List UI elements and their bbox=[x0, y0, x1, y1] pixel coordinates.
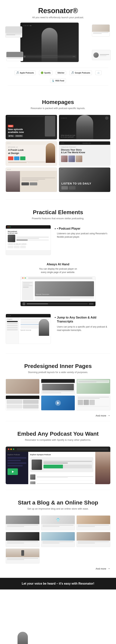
inner-page-card-4 bbox=[6, 396, 40, 410]
practical-item-always: Always At Hand You can display the podca… bbox=[6, 263, 110, 306]
platform-apple[interactable]: 🎵 Apple Podcasts bbox=[15, 70, 36, 75]
platform-rss[interactable]: 📡 RSS Feed bbox=[50, 78, 66, 83]
platform-google[interactable]: 🎵 Google Podcasts bbox=[69, 70, 92, 75]
hero-title: Resonator® bbox=[4, 7, 112, 15]
inner-pages-row-2 bbox=[6, 396, 110, 410]
jump-chapter-2[interactable] bbox=[7, 323, 18, 324]
inner-pages-and-more[interactable]: And more → bbox=[6, 412, 110, 417]
and-more-arrow: → bbox=[107, 414, 110, 417]
and-more-label: And more bbox=[96, 414, 106, 417]
hero-card-right-top bbox=[92, 24, 110, 37]
always-desc: You can display the podcast player on ev… bbox=[37, 267, 79, 274]
discuss-nav-bar: resonator.com bbox=[59, 142, 110, 145]
jump-chapter-5[interactable] bbox=[7, 329, 18, 330]
embed-dot-red bbox=[8, 448, 10, 450]
ep-play-btn[interactable]: ▶ Play bbox=[8, 135, 14, 137]
practical-title: Practical Elements bbox=[6, 209, 110, 216]
jump-title: Jump to Any Section & Add Transcripts bbox=[57, 316, 110, 324]
embed-main-title: Explore Synapse Podcast bbox=[30, 454, 93, 456]
fresh-person bbox=[46, 143, 55, 163]
jump-nav bbox=[6, 314, 51, 318]
soundcloud-icon: ☁️ bbox=[97, 72, 100, 74]
aah-play-button[interactable] bbox=[22, 302, 25, 305]
embed-sidebar-title: Explore Podcast bbox=[8, 454, 26, 456]
ep-sub-btn[interactable]: Subscribe bbox=[15, 135, 23, 137]
inner-pages-title: Predesigned Inner Pages bbox=[6, 363, 110, 369]
embed-mockup: Explore Podcast Explore Synapse Podcast bbox=[6, 446, 110, 484]
apple-icon: 🎵 bbox=[16, 72, 19, 74]
inner-pages-section: Predesigned Inner Pages Stunning prebuil… bbox=[0, 354, 116, 421]
embed-subtitle: Resonator is compatible with Spotify & m… bbox=[6, 438, 110, 441]
embed-main-content: Explore Synapse Podcast bbox=[28, 452, 95, 484]
jump-chapter-1[interactable] bbox=[7, 321, 18, 322]
inner-pages-subtitle: Stunning prebuilt layouts for a wide var… bbox=[6, 371, 110, 374]
blog-card-3 bbox=[76, 516, 110, 530]
blog-placeholder-3 bbox=[76, 548, 110, 564]
player-text: • Podcast Player Listeners can play your… bbox=[55, 225, 110, 240]
practical-item-player: New podcastin the air now Listeners can … bbox=[6, 225, 110, 255]
blog-card-7 bbox=[6, 548, 40, 564]
episode-item-1 bbox=[30, 474, 93, 480]
homepages-title: Homepages bbox=[6, 99, 110, 105]
embed-waveform bbox=[44, 464, 92, 468]
embed-dot-green bbox=[13, 448, 14, 450]
player-mockup-desc: Listeners can play your podcast... bbox=[8, 243, 49, 245]
fresh-look-card: EPISODE 12 A Fresh Lookat Design bbox=[6, 141, 57, 166]
blog-row-2 bbox=[6, 532, 110, 547]
discuss-img-3 bbox=[76, 156, 82, 162]
homepage-row-3: LISTEN TO US DAILY bbox=[6, 168, 110, 192]
inner-page-card-3 bbox=[76, 379, 110, 394]
blog-row-1: 👕 bbox=[6, 516, 110, 530]
inner-page-card-2 bbox=[41, 379, 75, 394]
blog-and-more-arrow: → bbox=[107, 567, 110, 570]
blog-card-5 bbox=[41, 532, 75, 547]
embed-person bbox=[95, 452, 110, 484]
embed-section: Embed Any Podcast You Want Resonator is … bbox=[0, 421, 116, 490]
blog-card-1 bbox=[6, 516, 40, 530]
platform-spotify[interactable]: 🟢 Spotify bbox=[39, 70, 52, 75]
google-icon: 🎵 bbox=[71, 72, 74, 74]
hero-card-left-bottom bbox=[6, 52, 23, 61]
homepage-row-2: EPISODE 12 A Fresh Lookat Design bbox=[6, 141, 110, 166]
aah-player bbox=[21, 302, 95, 306]
aah-waveform bbox=[27, 304, 88, 304]
hero-card-left-top bbox=[5, 26, 22, 38]
player-title: Podcast Player bbox=[57, 227, 110, 230]
jump-desc: Users can jump to a specific part of any… bbox=[57, 325, 110, 332]
blog-title: Start a Blog & an Online Shop bbox=[6, 500, 110, 506]
embed-play-button[interactable] bbox=[8, 468, 18, 475]
inner-page-card-5 bbox=[41, 396, 75, 410]
blog-placeholder-2 bbox=[41, 548, 75, 564]
platform-soundcloud[interactable]: ☁️ bbox=[95, 70, 101, 75]
listen-daily-content: LISTEN TO US DAILY bbox=[61, 182, 91, 190]
platform-stitcher[interactable]: Stitcher bbox=[56, 71, 66, 75]
blog-card-2: 👕 bbox=[41, 516, 75, 530]
inner-pages-row-1 bbox=[6, 379, 110, 394]
listen-daily-text: LISTEN TO US DAILY bbox=[61, 182, 91, 185]
blog-and-more[interactable]: And more → bbox=[6, 565, 110, 570]
practical-subtitle: Powerful features that ensure stellar po… bbox=[6, 217, 110, 220]
embed-title: Embed Any Podcast You Want bbox=[6, 430, 110, 437]
blog-row-3 bbox=[6, 548, 110, 564]
thumb-1 bbox=[8, 156, 13, 160]
bullet-icon-jump: • bbox=[55, 316, 56, 320]
dark-person-card: What should you lookfor in your podcast? bbox=[59, 115, 110, 139]
jump-chapter-3[interactable] bbox=[7, 325, 18, 326]
embed-body: Explore Podcast Explore Synapse Podcast bbox=[6, 452, 110, 484]
person-mic-card bbox=[6, 168, 57, 192]
discuss-eyebrow: CREATIVE PODCAST bbox=[61, 146, 108, 148]
jump-chapter-4[interactable] bbox=[7, 327, 18, 328]
rss-icon: 📡 bbox=[52, 79, 55, 82]
thumb-2 bbox=[14, 156, 19, 160]
always-mockup: Episode Transcripts bbox=[20, 276, 96, 306]
platforms-bar: 🎵 Apple Podcasts 🟢 Spotify Stitcher 🎵 Go… bbox=[8, 68, 108, 86]
discuss-images bbox=[61, 156, 108, 162]
homepages-section: Homepages Resonator is packed with podca… bbox=[0, 90, 116, 200]
practical-section: Practical Elements Powerful features tha… bbox=[0, 200, 116, 353]
ep-card-new-episode: NEW New episodeavailable now ▶ Play Subs… bbox=[6, 115, 57, 139]
hero-subtitle: All you need to effortlessly launch your… bbox=[4, 16, 112, 19]
bullet-icon-player: • bbox=[55, 227, 56, 231]
tshirt-icon: 👕 bbox=[56, 518, 60, 522]
aah-nav bbox=[21, 276, 95, 280]
discuss-img-1 bbox=[61, 156, 68, 162]
